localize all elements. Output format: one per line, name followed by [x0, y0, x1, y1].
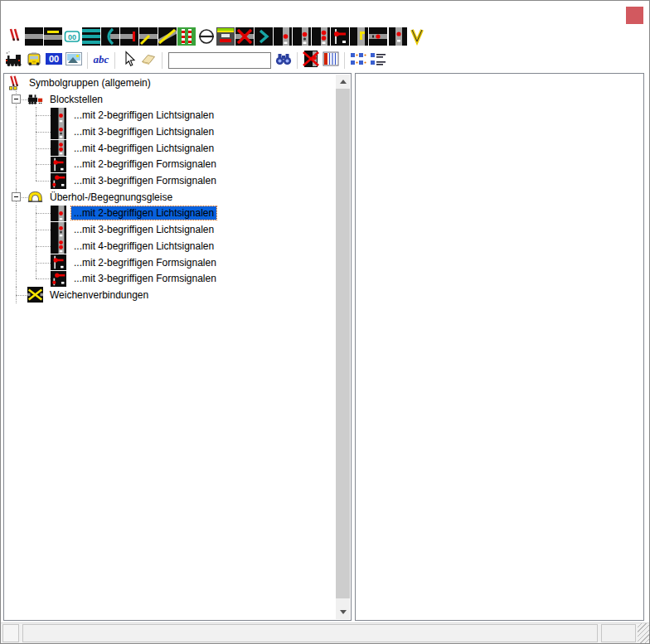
- tree-item-mit-3-begriffigen-formsignalen[interactable]: ...mit 3-begriffigen Formsignalen: [4, 172, 336, 189]
- track-curve-button[interactable]: [101, 28, 120, 48]
- tree-item-mit-2-begriffigen-lichtsignalen[interactable]: ...mit 2-begriffigen Lichtsignalen: [4, 107, 336, 123]
- switch-single-button[interactable]: [139, 28, 158, 48]
- tree-item-symbolgruppen-allgemein[interactable]: Symbolgruppen (allgemein): [4, 75, 336, 91]
- track-end-button[interactable]: [120, 28, 139, 48]
- table-view-button[interactable]: [321, 51, 341, 70]
- tree-connector: [36, 148, 51, 149]
- tree-connector: [36, 230, 51, 230]
- tree-connector: [36, 115, 51, 116]
- toolbar-separator: [111, 51, 119, 70]
- switch-double-icon: [158, 27, 177, 49]
- tree-connector: [16, 270, 17, 287]
- tree-item-label: ...mit 2-begriffigen Formsignalen: [74, 158, 216, 170]
- track-signal-a-button[interactable]: [369, 28, 388, 48]
- tree-item-mit-3-begriffigen-formsignalen[interactable]: ...mit 3-begriffigen Formsignalen: [4, 270, 336, 287]
- select-cursor-button[interactable]: [119, 51, 138, 70]
- level-crossing-button[interactable]: [177, 28, 196, 48]
- tree-connector: [36, 132, 51, 133]
- tree-item-weichenverbindungen[interactable]: Weichenverbindungen: [4, 287, 336, 303]
- status-message: [22, 624, 598, 642]
- turntable-icon: [197, 27, 216, 49]
- form-signal-button[interactable]: [331, 28, 350, 48]
- abc-icon: abc: [92, 50, 110, 71]
- track-signal-b-icon: [389, 27, 407, 49]
- tree-item-mit-3-begriffigen-lichtsignalen[interactable]: ...mit 3-begriffigen Lichtsignalen: [4, 123, 336, 140]
- switch-single-icon: [139, 27, 158, 49]
- turntable-button[interactable]: [196, 28, 216, 48]
- tree-item-label: Überhol-/Begegnungsgleise: [50, 191, 172, 203]
- track-signal-a-icon: [369, 27, 387, 49]
- tree-scrollbar[interactable]: [336, 75, 350, 619]
- tree-connector: [16, 206, 17, 222]
- signal-2-aspect-button[interactable]: [273, 28, 292, 48]
- switch-double-button[interactable]: [158, 28, 177, 48]
- scroll-thumb[interactable]: [336, 89, 350, 598]
- track-platform-button[interactable]: [43, 28, 62, 48]
- toolbar-separator: [158, 51, 166, 70]
- tree-item-mit-4-begriffigen-lichtsignalen[interactable]: ...mit 4-begriffigen Lichtsignalen: [4, 238, 336, 254]
- tree-item-label: ...mit 4-begriffigen Lichtsignalen: [74, 143, 214, 154]
- counter-button[interactable]: 00: [44, 51, 64, 70]
- small-icons-view-button[interactable]: [348, 51, 368, 70]
- collapse-toggle[interactable]: [12, 192, 21, 201]
- loco-shed-icon: [216, 27, 235, 49]
- pencil-symbols-button[interactable]: [5, 28, 24, 48]
- cursor-icon: [119, 50, 138, 71]
- tree-connector: [36, 270, 36, 278]
- track-straight-icon: [25, 27, 43, 49]
- scroll-up-button[interactable]: [336, 75, 350, 89]
- shunt-signal-button[interactable]: [350, 28, 369, 48]
- shunt-signal-icon: [350, 27, 368, 49]
- signal-3-aspect-button[interactable]: [293, 28, 312, 48]
- tree-item-mit-3-begriffigen-lichtsignalen[interactable]: ...mit 3-begriffigen Lichtsignalen: [4, 221, 336, 238]
- svg-text:00: 00: [68, 33, 76, 41]
- tree-item-blockstellen[interactable]: Blockstellen: [4, 91, 336, 108]
- view_small-icon: [349, 50, 367, 71]
- toolbar-separator: [84, 51, 91, 70]
- tree-item-label: ...mit 3-begriffigen Formsignalen: [74, 175, 216, 186]
- track-platform-icon: [44, 27, 62, 49]
- track-signal-b-button[interactable]: [388, 28, 407, 48]
- scroll-down-button[interactable]: [336, 605, 350, 619]
- loco-shed-button[interactable]: [216, 28, 235, 48]
- car-button[interactable]: [24, 51, 44, 70]
- delete-symbol-button[interactable]: [235, 28, 254, 48]
- search-binoculars-button[interactable]: [274, 51, 293, 70]
- tree-connector: [16, 157, 17, 173]
- tree-item-mit-2-begriffigen-formsignalen[interactable]: ...mit 2-begriffigen Formsignalen: [4, 157, 336, 173]
- tree-item-überhol-begegnungsgleise[interactable]: Überhol-/Begegnungsgleise: [4, 189, 336, 206]
- collapse-toggle[interactable]: [12, 94, 21, 104]
- resize-grip[interactable]: [638, 623, 649, 643]
- tree-item-mit-4-begriffigen-lichtsignalen[interactable]: ...mit 4-begriffigen Lichtsignalen: [4, 140, 336, 157]
- hide-signals-button[interactable]: [301, 51, 321, 70]
- track-curve-icon: [101, 27, 119, 49]
- text-abc-button[interactable]: abc: [91, 51, 111, 70]
- counter-field-icon: 00: [63, 27, 81, 49]
- close-button[interactable]: [626, 7, 643, 24]
- tree-item-label: Weichenverbindungen: [50, 289, 148, 301]
- direction-arrow-button[interactable]: [254, 28, 273, 48]
- loco-button[interactable]: [4, 51, 24, 70]
- signal-4-aspect-button[interactable]: [312, 28, 331, 48]
- svg-text:00: 00: [49, 54, 59, 64]
- eraser2-icon: [139, 50, 158, 71]
- image-button[interactable]: [64, 51, 84, 70]
- tree-item-mit-2-begriffigen-lichtsignalen[interactable]: ...mit 2-begriffigen Lichtsignalen: [4, 206, 336, 222]
- tree-item-label: ...mit 4-begriffigen Lichtsignalen: [74, 240, 214, 252]
- tree-item-label: Symbolgruppen (allgemein): [29, 77, 151, 89]
- list-view-button[interactable]: [368, 51, 388, 70]
- eraser-button[interactable]: [138, 51, 158, 70]
- counter-field-button[interactable]: 00: [62, 28, 81, 48]
- search-input[interactable]: [168, 52, 271, 69]
- signal-2-aspect-icon: [274, 27, 292, 49]
- symbol-v-button[interactable]: [407, 28, 426, 48]
- tree-connector: [16, 238, 17, 254]
- tree-item-mit-2-begriffigen-formsignalen[interactable]: ...mit 2-begriffigen Formsignalen: [4, 254, 336, 271]
- tree-item-label: Blockstellen: [50, 94, 103, 105]
- track-straight-button[interactable]: [24, 28, 43, 48]
- form-signal-icon: [331, 27, 349, 49]
- signal-4-aspect-icon: [312, 27, 330, 49]
- symbol-v-icon: [408, 27, 426, 49]
- toolbar-separator: [341, 51, 348, 70]
- track-parallel-button[interactable]: [81, 28, 100, 48]
